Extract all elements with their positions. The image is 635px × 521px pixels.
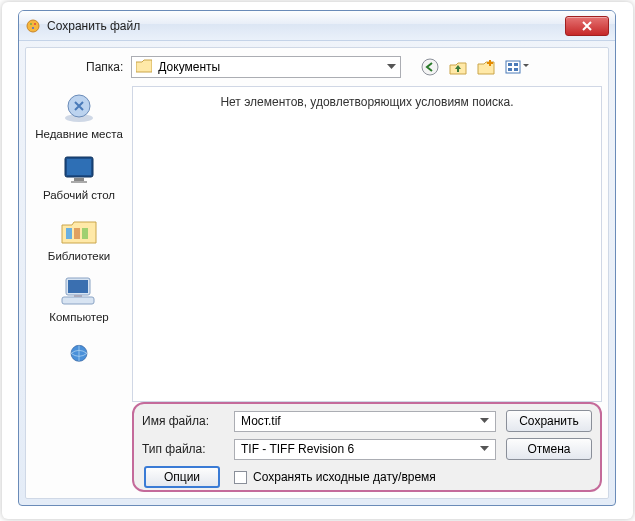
sidebar-item-computer[interactable]: Компьютер xyxy=(31,273,127,324)
save-dialog: Сохранить файл Папка: Документы xyxy=(18,10,616,506)
filename-label: Имя файла: xyxy=(142,414,224,428)
svg-rect-7 xyxy=(514,63,518,66)
svg-rect-20 xyxy=(68,280,88,293)
svg-point-4 xyxy=(422,59,438,75)
svg-rect-5 xyxy=(506,61,520,73)
view-button[interactable] xyxy=(505,59,529,75)
places-sidebar: Недавние места Рабочий стол Библиотеки К… xyxy=(26,86,132,498)
window-title: Сохранить файл xyxy=(47,19,565,33)
filename-input[interactable]: Мост.tif xyxy=(234,411,496,432)
svg-point-1 xyxy=(30,23,32,25)
chevron-down-icon xyxy=(480,418,489,424)
svg-rect-16 xyxy=(66,228,72,239)
svg-rect-8 xyxy=(508,68,512,71)
close-button[interactable] xyxy=(565,16,609,36)
sidebar-item-label: Компьютер xyxy=(49,311,109,324)
network-icon xyxy=(59,334,99,370)
sidebar-item-label: Недавние места xyxy=(35,128,123,141)
svg-rect-17 xyxy=(74,228,80,239)
folder-value: Документы xyxy=(158,60,220,74)
desktop-icon xyxy=(59,151,99,187)
sidebar-item-label: Библиотеки xyxy=(48,250,110,263)
up-button[interactable] xyxy=(449,59,467,75)
filetype-combo[interactable]: TIF - TIFF Revision 6 xyxy=(234,439,496,460)
preserve-date-label: Сохранять исходные дату/время xyxy=(253,470,436,484)
libraries-icon xyxy=(59,212,99,248)
folder-icon xyxy=(136,59,152,76)
app-icon xyxy=(25,18,41,34)
filename-value: Мост.tif xyxy=(241,414,281,428)
svg-point-2 xyxy=(34,23,36,25)
folder-row: Папка: Документы xyxy=(26,54,608,80)
new-folder-button[interactable] xyxy=(477,59,495,75)
folder-combo[interactable]: Документы xyxy=(131,56,401,78)
folder-label: Папка: xyxy=(86,60,123,74)
titlebar: Сохранить файл xyxy=(19,11,615,41)
sidebar-item-network[interactable] xyxy=(31,334,127,372)
sidebar-item-libraries[interactable]: Библиотеки xyxy=(31,212,127,263)
chevron-down-icon xyxy=(480,446,489,452)
svg-point-3 xyxy=(32,27,34,29)
filetype-label: Тип файла: xyxy=(142,442,224,456)
save-button[interactable]: Сохранить xyxy=(506,410,592,432)
svg-rect-15 xyxy=(71,181,87,183)
cancel-button[interactable]: Отмена xyxy=(506,438,592,460)
empty-list-text: Нет элементов, удовлетворяющих условиям … xyxy=(220,95,513,109)
svg-rect-9 xyxy=(514,68,518,71)
svg-rect-22 xyxy=(74,295,82,297)
svg-point-0 xyxy=(27,20,39,32)
sidebar-item-desktop[interactable]: Рабочий стол xyxy=(31,151,127,202)
computer-icon xyxy=(59,273,99,309)
dialog-body: Папка: Документы xyxy=(25,47,609,499)
checkbox-box xyxy=(234,471,247,484)
chevron-down-icon xyxy=(387,64,396,70)
svg-rect-21 xyxy=(62,297,94,304)
svg-rect-6 xyxy=(508,63,512,66)
recent-places-icon xyxy=(59,90,99,126)
sidebar-item-recent[interactable]: Недавние места xyxy=(31,90,127,141)
bottom-panel: Имя файла: Мост.tif Сохранить Тип файла:… xyxy=(132,402,602,492)
sidebar-item-label: Рабочий стол xyxy=(43,189,115,202)
back-button[interactable] xyxy=(421,58,439,76)
options-button[interactable]: Опции xyxy=(144,466,220,488)
svg-rect-18 xyxy=(82,228,88,239)
filetype-value: TIF - TIFF Revision 6 xyxy=(241,442,354,456)
file-list[interactable]: Нет элементов, удовлетворяющих условиям … xyxy=(132,86,602,402)
nav-icons xyxy=(421,58,529,76)
preserve-date-checkbox[interactable]: Сохранять исходные дату/время xyxy=(234,470,436,484)
svg-rect-14 xyxy=(74,178,84,181)
svg-rect-13 xyxy=(67,159,91,175)
